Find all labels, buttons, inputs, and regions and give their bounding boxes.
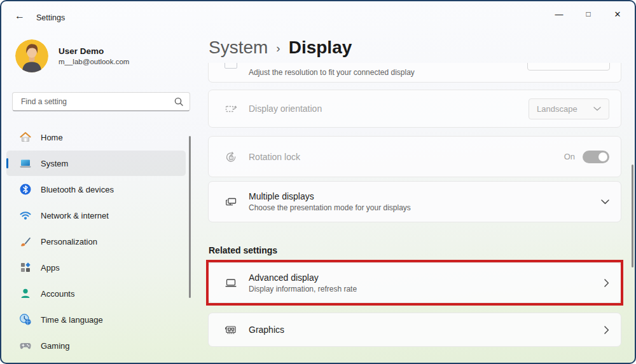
multiple-displays-subtitle: Choose the presentation mode for your di… xyxy=(249,203,601,212)
settings-content: Adjust the resolution to fit your connec… xyxy=(208,63,621,363)
display-resolution-icon xyxy=(225,63,237,69)
apps-icon xyxy=(19,261,32,274)
rotation-lock-title: Rotation lock xyxy=(249,152,564,162)
sidebar-item-apps[interactable]: Apps xyxy=(6,255,186,280)
back-arrow-icon: ← xyxy=(15,10,25,21)
window-frame: ← Settings — □ ✕ User Demo m__lab@outloo… xyxy=(0,0,636,364)
related-settings-heading: Related settings xyxy=(209,245,621,255)
display-orientation-icon xyxy=(225,102,237,115)
search-input[interactable] xyxy=(20,97,174,107)
toggle-knob xyxy=(598,152,607,161)
multiple-displays-card[interactable]: Multiple displays Choose the presentatio… xyxy=(208,181,621,222)
sidebar-item-label: Time & language xyxy=(41,315,103,325)
advanced-display-subtitle: Display information, refresh rate xyxy=(249,285,604,293)
profile-email: m__lab@outlook.com xyxy=(59,58,129,65)
display-orientation-select: Landscape xyxy=(529,98,609,119)
chevron-down-icon xyxy=(593,107,601,111)
bluetooth-icon xyxy=(19,183,32,196)
sidebar-item-label: Gaming xyxy=(41,341,70,351)
profile-name: User Demo xyxy=(59,46,129,56)
breadcrumb: System › Display xyxy=(209,37,352,58)
avatar xyxy=(15,39,48,72)
display-orientation-card: Display orientation Landscape xyxy=(208,90,621,128)
sidebar-item-label: System xyxy=(41,159,68,168)
settings-window: ← Settings — □ ✕ User Demo m__lab@outloo… xyxy=(1,1,635,363)
advanced-display-icon xyxy=(225,276,237,289)
system-icon xyxy=(19,157,32,170)
accounts-icon xyxy=(19,287,32,300)
sidebar-item-label: Apps xyxy=(41,263,60,273)
multiple-displays-title: Multiple displays xyxy=(249,191,601,201)
advanced-display-title: Advanced display xyxy=(249,273,604,283)
content-scrollbar[interactable] xyxy=(632,165,633,267)
page-title: Display xyxy=(289,37,352,58)
sidebar-item-personalization[interactable]: Personalization xyxy=(6,229,186,254)
breadcrumb-system[interactable]: System xyxy=(209,37,268,58)
maximize-button[interactable]: □ xyxy=(574,4,603,24)
close-button[interactable]: ✕ xyxy=(603,4,632,24)
time-language-icon xyxy=(19,313,32,326)
rotation-lock-toggle xyxy=(583,151,609,163)
display-resolution-subtitle: Adjust the resolution to fit your connec… xyxy=(249,68,415,77)
sidebar-item-label: Bluetooth & devices xyxy=(41,185,114,194)
sidebar-item-label: Personalization xyxy=(41,237,97,246)
gaming-icon xyxy=(19,339,32,352)
sidebar-item-system[interactable]: System xyxy=(6,151,186,176)
minimize-button[interactable]: — xyxy=(544,4,574,24)
sidebar-item-home[interactable]: Home xyxy=(6,125,186,150)
graphics-card[interactable]: Graphics xyxy=(208,313,621,347)
graphics-icon xyxy=(225,323,237,336)
sidebar-item-label: Accounts xyxy=(41,289,74,299)
back-button[interactable]: ← xyxy=(11,10,28,25)
chevron-right-icon[interactable] xyxy=(604,279,609,287)
advanced-display-card[interactable]: Advanced display Display information, re… xyxy=(208,262,621,303)
breadcrumb-separator-icon: › xyxy=(276,41,280,55)
sidebar-scrollbar[interactable] xyxy=(189,136,191,298)
multiple-displays-icon xyxy=(225,196,237,208)
sidebar-item-label: Network & internet xyxy=(41,211,109,220)
sidebar-item-label: Home xyxy=(41,133,63,142)
display-resolution-card[interactable]: Adjust the resolution to fit your connec… xyxy=(208,63,621,83)
sidebar-item-time-language[interactable]: Time & language xyxy=(6,307,186,332)
chevron-down-icon[interactable] xyxy=(601,199,609,205)
personalization-icon xyxy=(19,235,32,248)
annotated-region: Advanced display Display information, re… xyxy=(208,262,621,303)
search-box xyxy=(12,92,190,111)
rotation-lock-icon xyxy=(225,151,237,163)
sidebar-item-gaming[interactable]: Gaming xyxy=(6,333,186,358)
network-icon xyxy=(19,209,32,222)
sidebar-item-accounts[interactable]: Accounts xyxy=(6,281,186,306)
sidebar-item-bluetooth-devices[interactable]: Bluetooth & devices xyxy=(6,177,186,202)
display-orientation-title: Display orientation xyxy=(249,104,529,114)
app-title: Settings xyxy=(36,13,65,22)
graphics-title: Graphics xyxy=(249,325,604,335)
window-controls: — □ ✕ xyxy=(544,4,632,24)
rotation-lock-card: Rotation lock On xyxy=(208,136,621,177)
search-icon xyxy=(174,97,183,106)
display-resolution-dropdown[interactable] xyxy=(527,63,610,71)
home-icon xyxy=(19,131,32,144)
display-orientation-value: Landscape xyxy=(537,104,593,114)
user-profile[interactable]: User Demo m__lab@outlook.com xyxy=(15,39,129,72)
toggle-state-label: On xyxy=(564,152,575,161)
sidebar-nav: Home System Bluetooth & devices Network … xyxy=(6,125,186,359)
sidebar-item-network-internet[interactable]: Network & internet xyxy=(6,203,186,228)
chevron-right-icon[interactable] xyxy=(604,326,609,334)
